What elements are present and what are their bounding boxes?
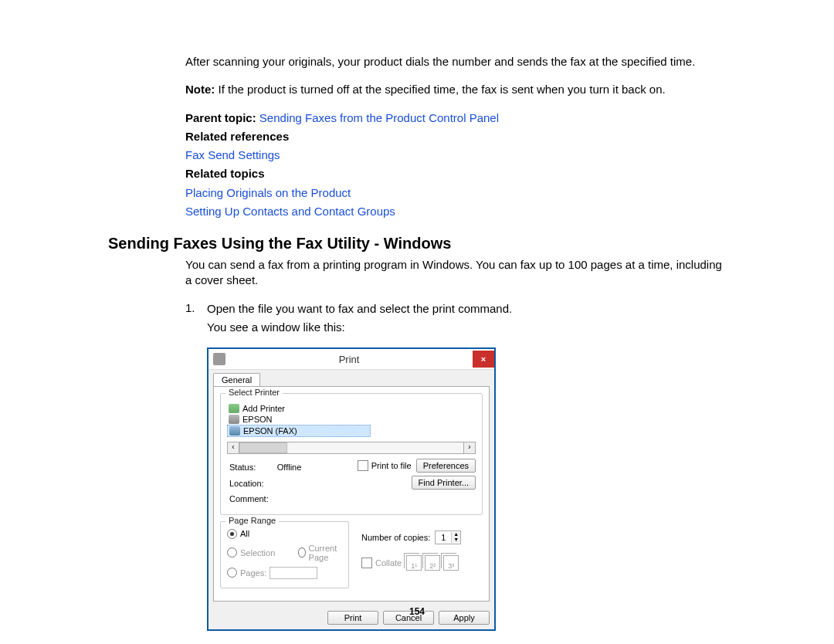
related-topics-heading: Related topics bbox=[185, 166, 726, 181]
note-paragraph: Note: If the product is turned off at th… bbox=[185, 82, 726, 97]
printer-label: EPSON bbox=[242, 415, 273, 424]
radio-pages-label: Pages: bbox=[240, 568, 266, 578]
radio-all[interactable]: All bbox=[227, 529, 342, 539]
link-placing-originals[interactable]: Placing Originals on the Product bbox=[185, 186, 351, 199]
find-printer-button[interactable]: Find Printer... bbox=[412, 476, 476, 490]
pages-input bbox=[270, 567, 317, 579]
tab-general[interactable]: General bbox=[213, 373, 260, 386]
radio-icon bbox=[227, 547, 237, 558]
scroll-left-icon[interactable]: ‹ bbox=[227, 442, 239, 454]
step-1-subtext: You see a window like this: bbox=[207, 320, 726, 335]
radio-icon bbox=[227, 568, 237, 578]
fax-printer-icon bbox=[229, 426, 240, 436]
print-to-file-label: Print to file bbox=[371, 461, 412, 470]
radio-pages: Pages: bbox=[227, 567, 342, 579]
copies-value: 1 bbox=[436, 533, 451, 542]
note-text: If the product is turned off at the spec… bbox=[215, 83, 665, 96]
copies-label: Number of copies: bbox=[361, 533, 430, 542]
radio-icon bbox=[227, 529, 237, 539]
group-copies: Number of copies: 1 ▲ ▼ bbox=[355, 521, 483, 588]
spinner-down-icon[interactable]: ▼ bbox=[451, 537, 460, 543]
checkbox-icon bbox=[361, 558, 372, 568]
note-label: Note: bbox=[185, 83, 215, 96]
radio-all-label: All bbox=[240, 529, 249, 538]
dialog-title: Print bbox=[225, 354, 473, 365]
collate-page-3: 3³ bbox=[443, 555, 459, 571]
copies-spinner[interactable]: 1 ▲ ▼ bbox=[435, 530, 461, 544]
link-fax-send-settings[interactable]: Fax Send Settings bbox=[185, 148, 280, 161]
radio-current-page-label: Current Page bbox=[309, 544, 342, 562]
comment-label: Comment: bbox=[229, 492, 275, 507]
printer-label: Add Printer bbox=[242, 404, 285, 413]
collate-page-1: 1¹ bbox=[406, 555, 422, 571]
close-icon: × bbox=[481, 354, 486, 364]
collate-illustration: 1¹ 2² 3³ bbox=[406, 555, 459, 571]
printer-add-printer[interactable]: Add Printer bbox=[227, 403, 476, 414]
location-label: Location: bbox=[229, 476, 275, 491]
page-number: 154 bbox=[0, 606, 834, 617]
collate-checkbox: Collate bbox=[361, 558, 402, 568]
collate-label: Collate bbox=[375, 558, 402, 568]
group-select-printer: Select Printer Add Printer EPSON bbox=[220, 393, 483, 515]
related-references-heading: Related references bbox=[185, 129, 726, 144]
printer-label: EPSON (FAX) bbox=[243, 426, 297, 436]
intro-paragraph: After scanning your originals, your prod… bbox=[185, 54, 726, 69]
printer-epson-fax[interactable]: EPSON (FAX) bbox=[227, 425, 371, 437]
radio-icon bbox=[298, 547, 305, 558]
parent-topic-label: Parent topic: bbox=[185, 111, 259, 124]
printer-icon bbox=[229, 415, 239, 424]
group-page-range-label: Page Range bbox=[225, 516, 279, 525]
printer-icon bbox=[213, 353, 225, 365]
parent-topic-line: Parent topic: Sending Faxes from the Pro… bbox=[185, 110, 726, 126]
printer-list-scrollbar[interactable]: ‹ › bbox=[227, 442, 476, 454]
preferences-button[interactable]: Preferences bbox=[416, 459, 476, 473]
group-select-printer-label: Select Printer bbox=[225, 388, 283, 397]
link-setting-up-contacts[interactable]: Setting Up Contacts and Contact Groups bbox=[185, 205, 395, 218]
dialog-tabstrip: General bbox=[208, 370, 494, 386]
scroll-track[interactable] bbox=[239, 442, 463, 454]
radio-current-page: Current Page bbox=[298, 544, 342, 562]
scroll-right-icon[interactable]: › bbox=[463, 442, 476, 454]
group-page-range: Page Range All Selection bbox=[220, 521, 349, 588]
checkbox-icon bbox=[358, 460, 368, 471]
step-1-text: Open the file you want to fax and select… bbox=[207, 301, 726, 317]
radio-selection: Selection bbox=[227, 544, 275, 562]
section-heading: Sending Faxes Using the Fax Utility - Wi… bbox=[108, 235, 726, 253]
status-label: Status: bbox=[229, 460, 275, 475]
dialog-titlebar: Print × bbox=[208, 349, 494, 370]
printer-epson[interactable]: EPSON bbox=[227, 414, 476, 425]
radio-selection-label: Selection bbox=[240, 548, 275, 558]
scroll-thumb[interactable] bbox=[239, 442, 287, 453]
section-intro-paragraph: You can send a fax from a printing progr… bbox=[185, 257, 726, 289]
collate-page-2: 2² bbox=[425, 555, 440, 571]
print-dialog: Print × General Select Printer bbox=[207, 347, 496, 631]
step-number-1: 1. bbox=[185, 301, 207, 631]
printer-list[interactable]: Add Printer EPSON EPSON (FAX) bbox=[227, 403, 476, 437]
close-button[interactable]: × bbox=[473, 351, 494, 368]
print-to-file-checkbox[interactable]: Print to file bbox=[358, 460, 412, 471]
status-value: Offline bbox=[276, 460, 308, 475]
parent-topic-link[interactable]: Sending Faxes from the Product Control P… bbox=[259, 111, 499, 124]
add-printer-icon bbox=[229, 404, 239, 413]
